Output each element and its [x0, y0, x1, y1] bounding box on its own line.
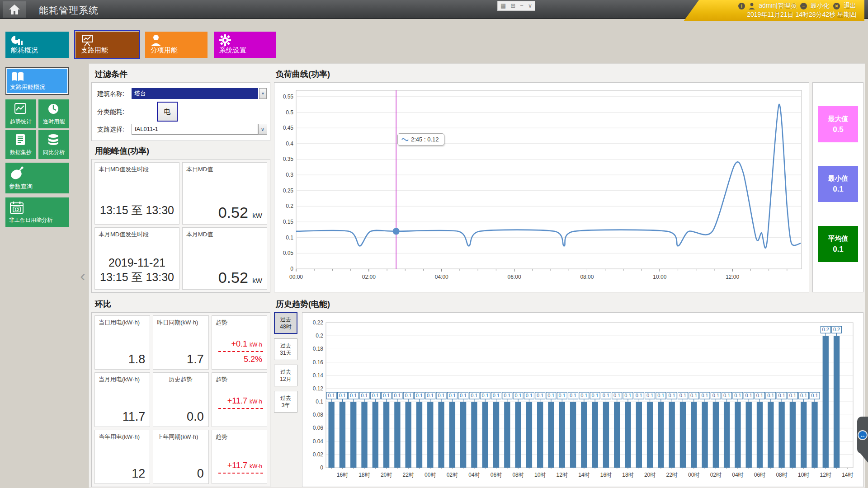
svg-text:0.1: 0.1 [789, 393, 796, 398]
sidebar-item-parameter-query[interactable]: 参数查询 [5, 163, 69, 193]
svg-text:0.1: 0.1 [657, 393, 664, 398]
yesterday-usage-card: 昨日同期(kW·h) 1.7 [153, 315, 208, 370]
gear-icon [219, 34, 231, 46]
minimize-circle-icon[interactable]: − [800, 3, 807, 9]
svg-text:0.14: 0.14 [313, 372, 324, 379]
remote-support-handle[interactable]: ↔ [857, 417, 868, 454]
svg-text:10时: 10时 [798, 472, 809, 478]
svg-text:0.1: 0.1 [734, 393, 741, 398]
svg-text:0.1: 0.1 [690, 393, 697, 398]
svg-text:0.2: 0.2 [822, 327, 829, 332]
svg-text:06时: 06时 [491, 472, 502, 478]
close-circle-icon[interactable]: ✕ [833, 3, 840, 9]
svg-text:0.1: 0.1 [679, 393, 686, 398]
card-label: 趋势 [216, 433, 227, 441]
minimize-button[interactable]: 最小化 [811, 2, 830, 10]
branch-select[interactable]: fAL011-1 [132, 124, 258, 135]
branch-select-arrow[interactable]: ∨ [258, 124, 267, 135]
nav-tab-label: 系统设置 [219, 46, 246, 55]
svg-text:00:00: 00:00 [289, 274, 303, 280]
tab-past-3y[interactable]: 过去 3年 [274, 391, 297, 413]
presentation-chart-icon [81, 34, 94, 47]
svg-text:0.08: 0.08 [313, 412, 324, 418]
history-trend-card: 历史趋势 0.0 [153, 372, 208, 427]
history-bar-chart[interactable]: 00.020.040.060.080.10.120.140.160.180.20… [306, 316, 860, 484]
restore-icon[interactable]: ⊞ [510, 1, 515, 10]
sidebar-item-label: 逐时用能 [38, 118, 69, 126]
stat-label: 最大值 [818, 115, 858, 123]
card-label: 趋势 [216, 319, 227, 327]
grid-icon[interactable]: ▦ [500, 1, 506, 10]
svg-text:0.1: 0.1 [471, 393, 477, 398]
pie-bar-chart-icon [11, 34, 23, 46]
load-curve-box: 00.050.10.150.20.250.30.350.40.450.50.55… [274, 82, 809, 292]
building-select[interactable]: 塔台 [132, 88, 258, 99]
user-icon [749, 3, 755, 9]
nav-tab-label: 分项用能 [151, 46, 178, 55]
minimize-icon[interactable]: − [520, 1, 524, 10]
tab-past-48h[interactable]: 过去 48时 [274, 312, 297, 334]
trend-percent: 5.2% [244, 355, 262, 364]
nav-tab-label: 支路用能 [81, 46, 108, 55]
svg-text:10时: 10时 [534, 472, 546, 478]
home-button[interactable] [3, 1, 26, 18]
ring-compare-cards: 当日用电(kW·h) 1.8 昨日同期(kW·h) 1.7 趋势 +0.1 kW… [91, 312, 270, 487]
nav-tab-branch-energy[interactable]: 支路用能 [75, 32, 139, 58]
sidebar-item-nonworkday-analysis[interactable]: 12 非工作日用能分析 [5, 197, 69, 227]
svg-text:04时: 04时 [732, 472, 743, 478]
nav-tab-subitem-energy[interactable]: 分项用能 [145, 32, 208, 58]
svg-text:12:00: 12:00 [726, 274, 739, 280]
electricity-button[interactable]: 电 [157, 102, 178, 122]
sidebar-item-trend-stats[interactable]: 趋势统计 [5, 99, 36, 128]
svg-text:0.1: 0.1 [405, 393, 412, 398]
svg-text:18时: 18时 [359, 472, 370, 478]
month-usage-card: 当月用电(kW·h) 11.7 [94, 372, 150, 427]
nav-tab-label: 能耗概况 [11, 46, 38, 55]
svg-text:0.2: 0.2 [316, 333, 323, 339]
svg-text:0.1: 0.1 [449, 393, 456, 398]
svg-text:0.1: 0.1 [526, 393, 533, 398]
sidebar-item-branch-overview[interactable]: 支路用能概况 [5, 67, 69, 95]
branch-select-label: 支路选择: [97, 126, 124, 134]
card-unit: kW [252, 211, 262, 219]
svg-text:02:00: 02:00 [362, 274, 376, 280]
building-name-label: 建筑名称: [97, 90, 124, 98]
building-select-arrow[interactable]: ▾ [259, 88, 267, 99]
svg-text:12时: 12时 [557, 472, 568, 478]
trend-chart-icon [14, 103, 26, 114]
card-label: 趋势 [216, 375, 227, 384]
svg-text:0.35: 0.35 [283, 156, 294, 162]
svg-text:0.1: 0.1 [460, 393, 467, 398]
document-icon [15, 134, 25, 145]
svg-text:0.1: 0.1 [778, 393, 785, 398]
load-curve-title: 负荷曲线(功率) [276, 69, 330, 80]
svg-text:20时: 20时 [381, 472, 392, 478]
load-curve-chart[interactable]: 00.050.10.150.20.250.30.350.40.450.50.55… [278, 86, 805, 289]
month-trend-card: 趋势 +11.7 kW·h [212, 372, 267, 427]
svg-text:0.1: 0.1 [591, 393, 598, 398]
svg-text:08:00: 08:00 [580, 274, 594, 280]
sidebar-collapse-button[interactable]: ‹ [78, 267, 88, 286]
sidebar-item-hourly-energy[interactable]: 逐时用能 [38, 99, 69, 128]
svg-text:0.1: 0.1 [800, 393, 807, 398]
svg-text:00时: 00时 [688, 472, 699, 478]
sidebar-item-yoy-analysis[interactable]: 同比分析 [38, 130, 69, 159]
info-icon[interactable]: i [738, 3, 745, 9]
sidebar-item-data-collection[interactable]: 数据集抄 [5, 130, 36, 159]
logout-button[interactable]: 退出 [844, 2, 856, 10]
svg-text:0.1: 0.1 [482, 393, 489, 398]
svg-text:16时: 16时 [600, 472, 612, 478]
svg-text:0.45: 0.45 [283, 125, 294, 131]
svg-text:08时: 08时 [512, 472, 524, 478]
svg-text:0.22: 0.22 [313, 319, 324, 326]
tab-past-31d[interactable]: 过去 31天 [274, 338, 297, 360]
nav-tab-energy-overview[interactable]: 能耗概况 [5, 32, 69, 58]
today-usage-card: 当日用电(kW·h) 1.8 [94, 315, 150, 370]
peak-section-title: 用能峰值(功率) [95, 145, 149, 156]
curve-stats-panel: 最大值 0.5 最小值 0.1 平均值 0.1 [812, 82, 863, 292]
svg-text:0.05: 0.05 [283, 250, 294, 256]
double-arrow-icon: ↔ [858, 430, 868, 440]
nav-tab-system-settings[interactable]: 系统设置 [214, 32, 276, 58]
dropdown-icon[interactable]: ∨ [528, 1, 533, 10]
tab-past-12m[interactable]: 过去 12月 [274, 365, 297, 386]
